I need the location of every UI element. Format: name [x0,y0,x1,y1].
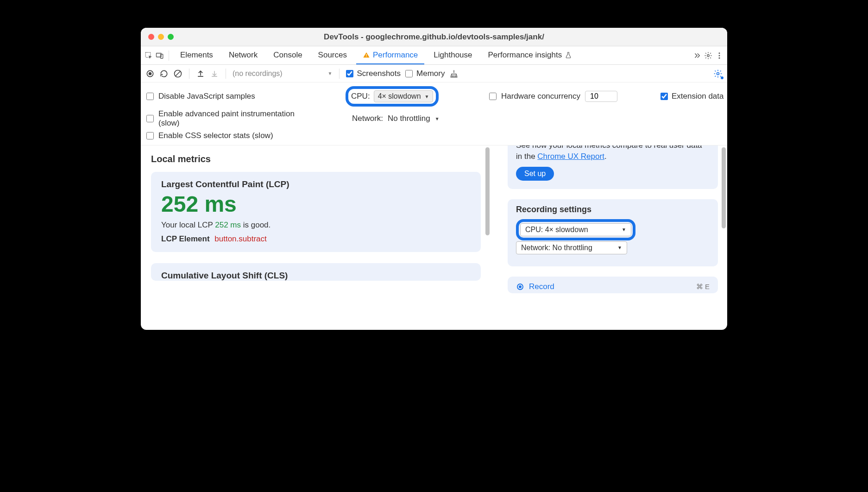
recording-settings-header: Recording settings [516,205,710,214]
svg-point-7 [719,55,720,56]
tab-sources[interactable]: Sources [312,46,353,64]
garbage-collect-icon[interactable] [449,69,459,78]
hardware-concurrency-checkbox[interactable]: Hardware concurrency [489,92,580,101]
more-tabs-icon[interactable] [693,51,701,60]
right-scrollbar[interactable] [722,147,726,328]
cpu-throttle-highlight: CPU: 4× slowdown▼ [346,86,439,107]
divider [339,69,340,79]
tab-elements[interactable]: Elements [174,46,220,64]
local-metrics-header: Local metrics [151,154,481,164]
device-toolbar-icon[interactable] [156,51,164,60]
field-data-text: See how your local metrics compare to re… [516,145,710,162]
inspect-icon[interactable] [145,51,153,60]
record-circle-icon [516,283,524,291]
svg-point-12 [717,72,719,75]
svg-point-10 [149,72,152,75]
svg-point-5 [707,54,710,57]
lcp-description: Your local LCP 252 ms is good. [161,221,471,230]
capture-settings: Disable JavaScript samples CPU: 4× slowd… [141,82,727,145]
divider [189,69,189,79]
lcp-element-row: LCP Element button.subtract [161,234,471,244]
tab-performance-insights[interactable]: Performance insights [482,46,579,64]
cpu-select[interactable]: CPU: 4× slowdown▼ [520,223,631,236]
cls-card: Cumulative Layout Shift (CLS) [151,263,481,281]
cls-title: Cumulative Layout Shift (CLS) [161,271,471,281]
setup-button[interactable]: Set up [516,167,554,181]
flask-icon [565,51,572,59]
cpu-throttle-select[interactable]: 4× slowdown▼ [374,90,434,102]
reload-record-icon[interactable] [159,69,169,78]
extension-data-checkbox[interactable]: Extension data [660,92,727,101]
cpu-select-highlight: CPU: 4× slowdown▼ [516,219,635,240]
local-metrics-pane: Local metrics Largest Contentful Paint (… [141,145,491,330]
recordings-select[interactable]: (no recordings) ▼ [233,69,333,78]
svg-point-8 [719,57,720,58]
svg-point-6 [719,52,720,54]
network-label: Network: [352,114,383,123]
lcp-value: 252 ms [161,192,471,217]
tab-performance[interactable]: Performance [356,46,424,64]
paint-input[interactable] [146,115,154,122]
ext-input[interactable] [660,93,668,100]
window-titlebar: DevTools - googlechrome.github.io/devtoo… [141,28,727,46]
screenshots-checkbox[interactable]: Screenshots [346,69,401,78]
main-content: Local metrics Largest Contentful Paint (… [141,145,727,330]
performance-toolbar: (no recordings) ▼ Screenshots Memory [141,65,727,82]
enable-paint-instrumentation-checkbox[interactable]: Enable advanced paint instrumentation (s… [146,109,341,128]
record-row[interactable]: Record ⌘ E [516,282,710,291]
divider [226,69,226,79]
svg-rect-2 [161,54,163,58]
divider [169,50,169,61]
screenshots-input[interactable] [346,70,353,77]
cpu-label: CPU: [351,92,370,101]
tab-lighthouse[interactable]: Lighthouse [427,46,478,64]
recording-settings-card: Recording settings CPU: 4× slowdown▼ Net… [508,199,718,266]
record-icon[interactable] [145,69,155,78]
devtools-window: DevTools - googlechrome.github.io/devtoo… [141,28,727,330]
disable-js-input[interactable] [146,93,154,100]
kebab-menu-icon[interactable] [715,51,723,60]
lcp-card: Largest Contentful Paint (LCP) 252 ms Yo… [151,172,481,252]
tab-network[interactable]: Network [222,46,264,64]
hw-input[interactable] [489,93,497,100]
network-throttle-select[interactable]: No throttling▼ [388,114,440,123]
download-icon[interactable] [210,69,219,78]
lcp-title: Largest Contentful Paint (LCP) [161,179,471,189]
settings-icon[interactable] [704,51,712,60]
network-throttle-row: Network: No throttling▼ [346,114,484,123]
crux-report-link[interactable]: Chrome UX Report [537,152,604,161]
record-shortcut: ⌘ E [696,283,710,291]
clear-icon[interactable] [173,69,182,78]
right-sidebar: See how your local metrics compare to re… [491,145,727,330]
tab-console[interactable]: Console [267,46,308,64]
disable-js-samples-checkbox[interactable]: Disable JavaScript samples [146,92,341,101]
memory-checkbox[interactable]: Memory [405,69,445,78]
lcp-element-link[interactable]: button.subtract [214,234,266,243]
network-select[interactable]: Network: No throttling▼ [516,241,627,254]
enable-css-stats-checkbox[interactable]: Enable CSS selector stats (slow) [146,131,341,140]
window-title: DevTools - googlechrome.github.io/devtoo… [141,32,727,42]
upload-icon[interactable] [196,69,205,78]
devtools-tabs: Elements Network Console Sources Perform… [141,46,727,65]
svg-rect-4 [366,56,366,57]
record-card: Record ⌘ E [508,277,718,293]
memory-input[interactable] [405,70,413,77]
warning-icon [363,51,370,59]
css-input[interactable] [146,132,154,139]
svg-rect-3 [366,54,366,56]
field-data-card: See how your local metrics compare to re… [508,145,718,189]
capture-settings-icon[interactable] [713,69,723,78]
hardware-concurrency-input[interactable] [585,91,617,102]
left-scrollbar[interactable] [485,147,490,328]
svg-point-14 [519,285,522,288]
